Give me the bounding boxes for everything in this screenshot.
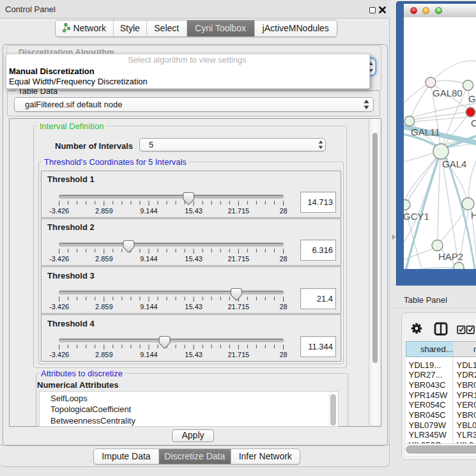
svg-text:H: H: [471, 210, 476, 220]
svg-text:2.859: 2.859: [95, 303, 113, 311]
svg-text:21.715: 21.715: [227, 303, 249, 311]
svg-text:-3.426: -3.426: [49, 303, 69, 311]
svg-text:15.43: 15.43: [185, 206, 203, 214]
svg-text:GAL80: GAL80: [433, 88, 463, 98]
svg-text:GAL11: GAL11: [411, 127, 440, 137]
svg-text:-3.426: -3.426: [49, 351, 69, 358]
svg-text:-3.426: -3.426: [49, 254, 69, 262]
svg-text:2.859: 2.859: [95, 351, 113, 358]
svg-text:21.715: 21.715: [227, 351, 249, 358]
svg-text:21.715: 21.715: [227, 206, 249, 214]
svg-text:9.144: 9.144: [140, 351, 158, 358]
svg-text:9.144: 9.144: [140, 206, 158, 214]
svg-text:28: 28: [279, 351, 287, 358]
svg-text:C: C: [471, 118, 476, 128]
svg-text:28: 28: [279, 303, 287, 311]
svg-text:-3.426: -3.426: [49, 206, 69, 214]
svg-text:15.43: 15.43: [185, 303, 203, 311]
svg-text:28: 28: [279, 254, 287, 262]
svg-text:28: 28: [279, 206, 287, 214]
svg-text:15.43: 15.43: [185, 254, 203, 262]
svg-text:HAP2: HAP2: [438, 251, 463, 262]
svg-text:2.859: 2.859: [95, 206, 113, 214]
svg-text:GCY1: GCY1: [404, 211, 429, 222]
svg-text:2.859: 2.859: [95, 254, 113, 262]
svg-text:9.144: 9.144: [140, 303, 158, 311]
svg-text:15.43: 15.43: [185, 351, 203, 358]
svg-text:21.715: 21.715: [227, 254, 249, 262]
svg-text:GAL4: GAL4: [442, 158, 466, 169]
svg-text:9.144: 9.144: [140, 254, 158, 262]
svg-text:GA: GA: [468, 93, 476, 104]
